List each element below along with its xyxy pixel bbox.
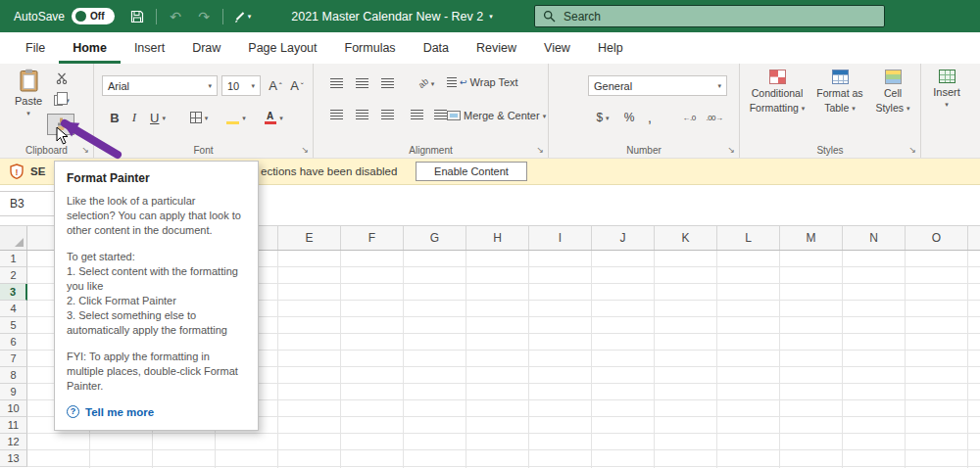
chevron-down-icon: ▾ bbox=[279, 115, 283, 121]
top-align-button[interactable] bbox=[325, 73, 347, 93]
cell-styles-button[interactable]: Cell Styles ▾ bbox=[869, 70, 916, 114]
tell-me-more-link[interactable]: Tell me more bbox=[85, 406, 154, 418]
accounting-format-button[interactable]: $ ▾ bbox=[590, 107, 615, 128]
row-header-8[interactable]: 8 bbox=[0, 367, 27, 384]
column-header-I[interactable]: I bbox=[529, 226, 592, 250]
number-dialog-launcher[interactable]: ↘ bbox=[727, 145, 735, 155]
decrease-decimal-button[interactable]: .00→ bbox=[702, 107, 727, 128]
decrease-decimal-icon: .00→ bbox=[706, 114, 722, 122]
cut-button[interactable] bbox=[49, 69, 74, 87]
row-header-3[interactable]: 3 bbox=[0, 284, 27, 301]
column-header-F[interactable]: F bbox=[341, 226, 404, 250]
align-right-button[interactable] bbox=[376, 105, 398, 124]
tab-formulas[interactable]: Formulas bbox=[331, 32, 410, 64]
row-header-4[interactable]: 4 bbox=[0, 301, 27, 317]
italic-label: I bbox=[132, 110, 136, 125]
orientation-button[interactable]: ab ▾ bbox=[412, 73, 441, 93]
toolbar-divider bbox=[222, 9, 223, 24]
wrap-text-button[interactable]: ↩ Wrap Text bbox=[447, 71, 545, 93]
column-header-L[interactable]: L bbox=[717, 226, 780, 250]
row-header-7[interactable]: 7 bbox=[0, 351, 27, 367]
paste-button[interactable]: Paste ▾ bbox=[10, 69, 47, 117]
increase-decimal-button[interactable]: ←.0 bbox=[676, 107, 702, 128]
chevron-down-icon: ▾ bbox=[162, 115, 166, 121]
column-header-O[interactable]: O bbox=[906, 226, 968, 250]
font-name-combo[interactable]: Arial ▾ bbox=[102, 75, 218, 96]
search-input[interactable] bbox=[564, 10, 876, 23]
tab-view[interactable]: View bbox=[530, 32, 584, 64]
font-size-combo[interactable]: 10 ▾ bbox=[221, 75, 261, 96]
merge-center-button[interactable]: Merge & Center ▾ bbox=[447, 105, 547, 126]
merge-center-label: Merge & Center bbox=[464, 110, 540, 121]
tab-file[interactable]: File bbox=[12, 32, 59, 64]
alignment-dialog-launcher[interactable]: ↘ bbox=[536, 145, 544, 155]
chevron-down-icon: ▾ bbox=[431, 80, 435, 87]
row-header-9[interactable]: 9 bbox=[0, 384, 27, 400]
tab-review[interactable]: Review bbox=[463, 32, 530, 64]
tab-page-layout[interactable]: Page Layout bbox=[234, 32, 330, 64]
autosave-toggle[interactable]: Off bbox=[72, 8, 115, 24]
styles-dialog-launcher[interactable]: ↘ bbox=[908, 145, 916, 155]
column-header-K[interactable]: K bbox=[655, 226, 717, 250]
conditional-formatting-button[interactable]: Conditional Formatting ▾ bbox=[746, 70, 808, 114]
column-header-M[interactable]: M bbox=[780, 226, 843, 250]
format-as-table-button[interactable]: Format as Table ▾ bbox=[812, 70, 867, 114]
percent-style-button[interactable]: % bbox=[619, 107, 639, 128]
grow-font-icon: A bbox=[269, 78, 277, 93]
number-format-combo[interactable]: General ▾ bbox=[588, 75, 727, 96]
tell-me-more-link-row[interactable]: ? Tell me more bbox=[67, 405, 246, 418]
clipboard-dialog-launcher[interactable]: ↘ bbox=[81, 145, 89, 155]
bottom-align-button[interactable] bbox=[376, 73, 398, 93]
italic-button[interactable]: I bbox=[125, 107, 143, 128]
tab-insert[interactable]: Insert bbox=[121, 32, 178, 64]
decrease-indent-button[interactable] bbox=[406, 105, 427, 124]
tab-home[interactable]: Home bbox=[59, 32, 121, 64]
redo-button[interactable]: ↷ bbox=[194, 9, 214, 24]
tab-data[interactable]: Data bbox=[410, 32, 463, 64]
increase-font-size-button[interactable]: A ˆ bbox=[265, 75, 286, 96]
column-header-G[interactable]: G bbox=[404, 226, 466, 250]
row-header-6[interactable]: 6 bbox=[0, 334, 27, 351]
column-header[interactable] bbox=[968, 226, 980, 250]
chevron-down-icon: ▾ bbox=[251, 82, 255, 89]
middle-align-button[interactable] bbox=[351, 73, 372, 93]
tab-help[interactable]: Help bbox=[584, 32, 637, 64]
insert-cells-button[interactable]: Insert ▾ bbox=[927, 70, 966, 108]
row-header-12[interactable]: 12 bbox=[0, 434, 27, 450]
row-header-1[interactable]: 1 bbox=[0, 251, 27, 267]
autosave-control: AutoSave Off bbox=[14, 8, 115, 24]
font-color-button[interactable]: A ▾ bbox=[259, 107, 288, 128]
borders-button[interactable]: ▾ bbox=[184, 107, 214, 128]
tab-draw[interactable]: Draw bbox=[178, 32, 234, 64]
row-header-10[interactable]: 10 bbox=[0, 400, 27, 417]
align-left-button[interactable] bbox=[325, 105, 347, 124]
column-header-N[interactable]: N bbox=[843, 226, 906, 250]
document-title[interactable]: 2021 Master Calendar New - Rev 2 ▾ bbox=[245, 0, 539, 32]
save-button[interactable] bbox=[127, 10, 147, 23]
format-painter-button[interactable] bbox=[47, 114, 74, 135]
row-header-2[interactable]: 2 bbox=[0, 267, 27, 284]
security-shield-icon: ! bbox=[10, 164, 24, 181]
top-align-icon bbox=[330, 78, 343, 88]
enable-content-button[interactable]: Enable Content bbox=[416, 162, 527, 181]
font-dialog-launcher[interactable]: ↘ bbox=[301, 145, 309, 155]
search-bar[interactable] bbox=[534, 5, 885, 27]
wrap-text-icon bbox=[447, 77, 457, 87]
column-header-E[interactable]: E bbox=[278, 226, 341, 250]
select-all-button[interactable] bbox=[0, 226, 27, 250]
row-header-13[interactable]: 13 bbox=[0, 450, 27, 467]
align-center-button[interactable] bbox=[351, 105, 372, 124]
fill-color-button[interactable]: ▾ bbox=[221, 107, 251, 128]
row-header-5[interactable]: 5 bbox=[0, 317, 27, 334]
column-header-J[interactable]: J bbox=[592, 226, 655, 250]
borders-icon bbox=[190, 112, 202, 123]
column-header-H[interactable]: H bbox=[466, 226, 529, 250]
comma-style-button[interactable]: , bbox=[641, 107, 659, 128]
delete-cells-button[interactable] bbox=[972, 70, 980, 83]
bold-button[interactable]: B bbox=[106, 107, 123, 128]
underline-button[interactable]: U ▾ bbox=[145, 107, 171, 128]
copy-button[interactable]: ▾ bbox=[49, 91, 74, 110]
decrease-font-size-button[interactable]: A ˇ bbox=[286, 75, 308, 96]
row-header-11[interactable]: 11 bbox=[0, 417, 27, 434]
undo-button[interactable]: ↶ bbox=[166, 9, 185, 24]
